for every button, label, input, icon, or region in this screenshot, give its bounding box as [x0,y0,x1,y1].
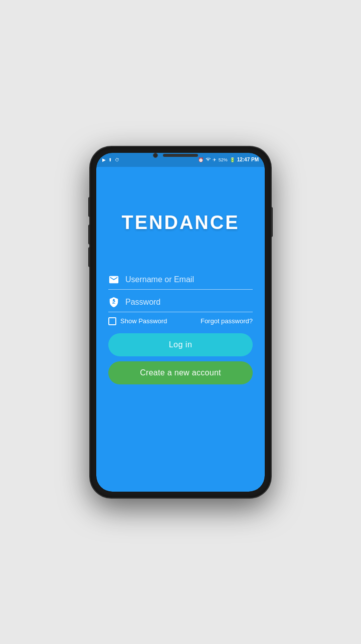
phone-inner: ▶ ⬆ ⏱ ⏰ ✈ 52% 🔋 12:47 PM [96,153,265,492]
create-account-button[interactable]: Create a new account [108,361,253,384]
password-input-row [108,292,253,312]
status-time: 12:47 PM [237,157,259,162]
screen: ▶ ⬆ ⏱ ⏰ ✈ 52% 🔋 12:47 PM [96,153,265,492]
logo-area: TENDANCE [121,177,239,269]
notification-icon-2: ⬆ [108,157,112,162]
username-input-row [108,269,253,290]
app-content: TENDANCE [96,167,265,492]
login-button[interactable]: Log in [108,333,253,356]
show-password-checkbox[interactable] [108,317,116,325]
forgot-password-link[interactable]: Forgot password? [201,317,253,325]
login-form: Show Password Forgot password? Log in Cr… [108,269,253,384]
notification-icon-1: ▶ [102,157,106,162]
username-input-group [108,269,253,290]
password-input[interactable] [125,298,253,307]
airplane-icon: ✈ [213,157,217,162]
notification-icon-3: ⏱ [115,157,119,162]
battery-icon: 🔋 [230,157,235,162]
status-bar-right: ⏰ ✈ 52% 🔋 12:47 PM [198,157,259,163]
battery-indicator: 52% [219,157,228,162]
password-icon [108,297,119,308]
camera [153,153,158,158]
username-input[interactable] [125,275,253,284]
wifi-icon [206,157,211,163]
show-password-label: Show Password [120,317,167,325]
speaker [163,154,198,157]
status-bar-left: ▶ ⬆ ⏱ [102,157,119,162]
phone-device: ▶ ⬆ ⏱ ⏰ ✈ 52% 🔋 12:47 PM [90,147,271,498]
show-password-group: Show Password [108,317,167,325]
options-row: Show Password Forgot password? [108,317,253,325]
password-input-group [108,292,253,312]
email-icon [108,274,119,285]
app-title: TENDANCE [121,212,239,234]
alarm-icon: ⏰ [198,157,204,162]
